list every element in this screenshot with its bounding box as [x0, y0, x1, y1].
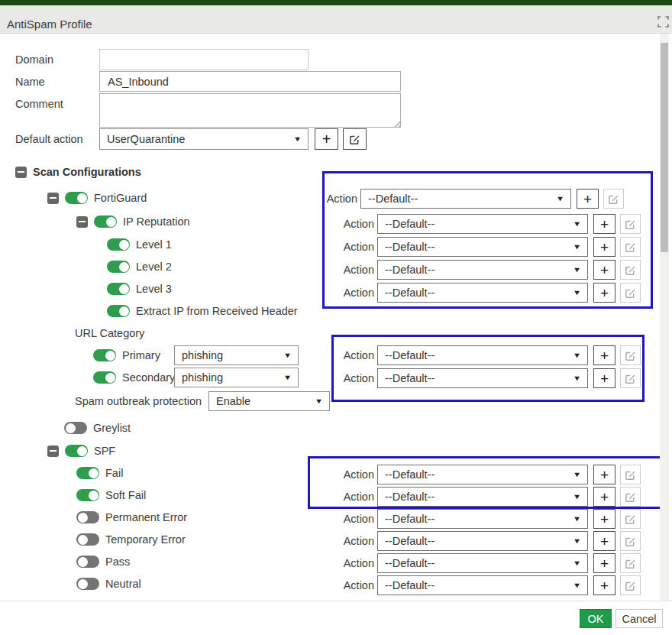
toggle-level-1[interactable]: [107, 238, 130, 251]
action-select-value: --Default--: [385, 264, 435, 276]
toggle-knob: [119, 284, 129, 294]
tree-item-pass: Pass: [76, 555, 130, 569]
add-action-button-spf-fail[interactable]: +: [593, 465, 615, 484]
edit-action-button-url-primary[interactable]: [620, 345, 641, 365]
toggle-permanent-error[interactable]: [76, 511, 99, 523]
tree-item-label: Level 2: [136, 261, 172, 273]
cancel-button[interactable]: Cancel: [615, 609, 663, 628]
action-select-spf-fail[interactable]: --Default--▼: [377, 465, 588, 484]
toggle-neutral[interactable]: [76, 578, 99, 590]
name-input[interactable]: [99, 71, 401, 92]
tree-item-neutral: Neutral: [76, 577, 141, 591]
toggle-level-3[interactable]: [107, 283, 130, 295]
edit-action-button-spf-soft-fail[interactable]: [620, 487, 641, 507]
chevron-down-icon: ▼: [573, 537, 581, 545]
toggle-knob: [77, 193, 87, 203]
edit-pencil-icon: [625, 558, 636, 569]
collapse-icon-fortiguard[interactable]: [47, 193, 59, 204]
edit-pencil-icon: [625, 373, 636, 384]
add-action-button-level-2[interactable]: +: [593, 260, 615, 280]
toggle-knob: [77, 446, 87, 456]
comment-textarea[interactable]: [99, 93, 401, 128]
chevron-down-icon: ▼: [315, 397, 323, 405]
tree-item-secondary: Secondary: [93, 371, 175, 384]
action-select-spf-soft-fail[interactable]: --Default--▼: [377, 487, 588, 507]
ok-button[interactable]: OK: [580, 609, 612, 628]
action-select-spf-temporary-error[interactable]: --Default--▼: [377, 531, 588, 551]
edit-action-button-spf-permanent-error[interactable]: [620, 509, 641, 529]
add-action-button-fortiguard[interactable]: +: [577, 189, 599, 209]
action-select-level-3[interactable]: --Default--▼: [377, 283, 588, 303]
toggle-spf[interactable]: [65, 445, 88, 457]
add-default-action-button[interactable]: +: [315, 128, 338, 150]
toggle-temporary-error[interactable]: [76, 533, 99, 546]
domain-label: Domain: [15, 53, 53, 66]
edit-action-button-spf-neutral[interactable]: [620, 575, 641, 595]
collapse-icon-ip-reputation[interactable]: [76, 216, 88, 228]
edit-action-button-level-3[interactable]: [620, 283, 641, 303]
toggle-primary[interactable]: [93, 349, 116, 361]
edit-default-action-button[interactable]: [343, 128, 367, 150]
primary-category-select[interactable]: phishing ▼: [174, 345, 299, 365]
add-action-button-spf-neutral[interactable]: +: [593, 575, 615, 595]
add-action-button-url-secondary[interactable]: +: [593, 368, 615, 388]
action-select-url-primary[interactable]: --Default--▼: [377, 345, 588, 365]
action-select-ip-reputation[interactable]: --Default--▼: [377, 214, 588, 234]
edit-action-button-url-secondary[interactable]: [620, 368, 641, 388]
action-label: Action: [341, 487, 374, 507]
edit-action-button-level-1[interactable]: [620, 237, 641, 257]
add-action-button-level-1[interactable]: +: [593, 237, 615, 257]
toggle-soft-fail[interactable]: [76, 489, 99, 501]
toggle-greylist[interactable]: [64, 422, 87, 434]
action-label: Action: [341, 575, 374, 595]
scrollbar-thumb[interactable]: [661, 43, 668, 252]
edit-action-button-spf-fail[interactable]: [620, 465, 641, 484]
action-select-spf-neutral[interactable]: --Default--▼: [377, 575, 588, 595]
toggle-knob: [119, 240, 129, 250]
edit-action-button-spf-pass[interactable]: [620, 553, 641, 573]
chevron-down-icon: ▼: [573, 471, 581, 478]
toggle-knob: [106, 217, 116, 227]
toggle-secondary[interactable]: [93, 371, 116, 384]
edit-action-button-fortiguard[interactable]: [603, 189, 624, 209]
action-select-url-secondary[interactable]: --Default--▼: [377, 368, 588, 388]
tree-item-fortiguard: FortiGuard: [47, 191, 147, 205]
add-action-button-level-3[interactable]: +: [593, 283, 615, 303]
action-select-fortiguard[interactable]: --Default--▼: [360, 189, 571, 209]
add-action-button-spf-soft-fail[interactable]: +: [593, 487, 615, 507]
tree-item-fail: Fail: [76, 466, 123, 480]
edit-action-button-ip-reputation[interactable]: [620, 214, 641, 234]
collapse-icon-scan-configurations[interactable]: [15, 167, 27, 178]
spam-outbreak-select[interactable]: Enable ▼: [208, 391, 330, 411]
action-select-level-1[interactable]: --Default--▼: [377, 237, 588, 257]
primary-category-value: phishing: [182, 349, 223, 361]
add-action-button-ip-reputation[interactable]: +: [593, 214, 615, 234]
action-select-value: --Default--: [385, 535, 435, 547]
toggle-ip-reputation[interactable]: [94, 215, 117, 228]
toggle-fail[interactable]: [76, 467, 99, 479]
expand-dialog-button[interactable]: [657, 16, 669, 28]
edit-action-button-spf-temporary-error[interactable]: [620, 531, 641, 551]
secondary-category-select[interactable]: phishing ▼: [174, 368, 299, 387]
action-select-level-2[interactable]: --Default--▼: [377, 260, 588, 280]
toggle-level-2[interactable]: [107, 261, 130, 273]
collapse-icon-spf[interactable]: [47, 445, 59, 457]
add-action-button-url-primary[interactable]: +: [593, 345, 615, 365]
toggle-fortiguard[interactable]: [65, 192, 88, 204]
vertical-scrollbar[interactable]: [660, 34, 669, 601]
add-action-button-spf-temporary-error[interactable]: +: [593, 531, 615, 551]
add-action-button-spf-permanent-error[interactable]: +: [593, 509, 615, 529]
edit-action-button-level-2[interactable]: [620, 260, 641, 280]
action-select-spf-pass[interactable]: --Default--▼: [377, 553, 588, 573]
domain-input[interactable]: [99, 49, 309, 70]
action-select-spf-permanent-error[interactable]: --Default--▼: [377, 509, 588, 529]
add-action-button-spf-pass[interactable]: +: [593, 553, 615, 573]
toggle-extract-ip[interactable]: [107, 305, 130, 317]
toggle-pass[interactable]: [76, 556, 99, 568]
default-action-select[interactable]: UserQuarantine ▼: [99, 128, 309, 150]
action-row-spf-temporary-error: Action --Default--▼ +: [341, 531, 661, 551]
tree-item-label: Temporary Error: [105, 533, 186, 546]
action-label: Action: [341, 553, 374, 573]
toggle-knob: [78, 513, 88, 523]
expand-icon: [657, 16, 669, 28]
